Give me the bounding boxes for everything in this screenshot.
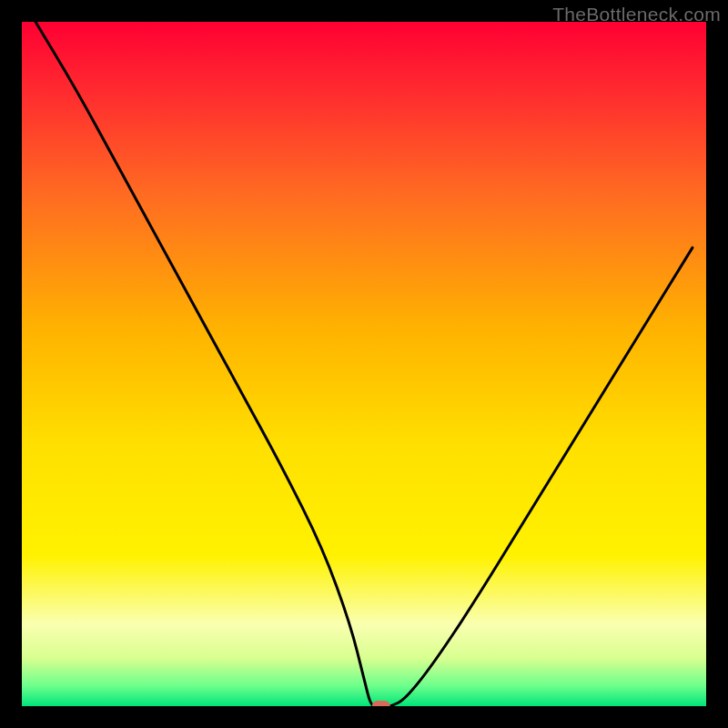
gradient-background bbox=[22, 22, 706, 706]
plot-area bbox=[22, 22, 706, 706]
chart-container: TheBottleneck.com bbox=[0, 0, 728, 728]
bottleneck-chart bbox=[22, 22, 706, 706]
marker-dot bbox=[372, 701, 390, 706]
